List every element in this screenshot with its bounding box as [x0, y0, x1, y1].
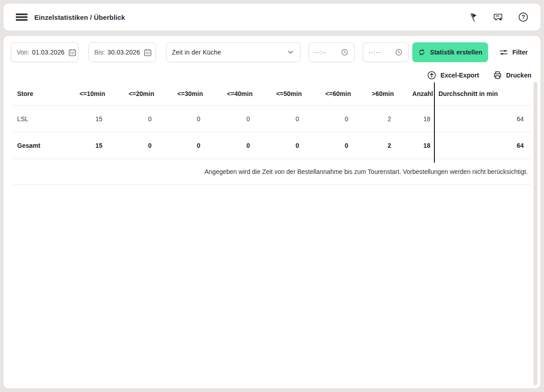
printer-icon: [493, 70, 503, 80]
time-from-input[interactable]: [314, 49, 336, 56]
table-row-gesamt: Gesamt 15 0 0 0 0 0 2 18 64: [13, 132, 531, 159]
column-header-le20: <=20min: [105, 82, 154, 105]
cell-store: Gesamt: [13, 132, 58, 159]
sync-icon: [418, 48, 426, 56]
create-statistic-label: Statistik erstellen: [430, 49, 482, 56]
column-header-gt60: >60min: [351, 82, 394, 105]
svg-text:?: ?: [521, 14, 525, 20]
topbar-actions: ?: [467, 12, 529, 23]
table-footnote: Angegeben wird die Zeit von der Bestella…: [13, 159, 531, 184]
average-column-divider: [434, 82, 435, 163]
sliders-icon: [499, 48, 508, 57]
table-row-lsl: LSL 15 0 0 0 0 0 2 18 64: [13, 105, 531, 132]
cell-le30: 0: [154, 105, 203, 132]
column-header-durchschnitt: Durchschnitt in min: [433, 82, 531, 105]
column-header-le30: <=30min: [154, 82, 203, 105]
column-header-store: Store: [13, 82, 58, 105]
date-from-field[interactable]: Von: 01.03.2026: [11, 42, 78, 62]
cell-gt60: 2: [351, 105, 394, 132]
date-from-value: 01.03.2026: [32, 49, 65, 56]
excel-export-button[interactable]: Excel-Export: [427, 70, 479, 80]
cell-durchschnitt: 64: [433, 105, 531, 132]
flag-icon[interactable]: [467, 12, 478, 23]
cell-le60: 0: [302, 132, 351, 159]
create-statistic-button[interactable]: Statistik erstellen: [412, 42, 488, 62]
cell-store: LSL: [13, 105, 58, 132]
vertical-scrollbar[interactable]: [534, 82, 537, 385]
cell-le20: 0: [105, 132, 154, 159]
clock-icon: [395, 48, 403, 56]
time-to-input[interactable]: [369, 49, 390, 56]
date-to-field[interactable]: Bis: 30.03.2026: [88, 42, 156, 62]
cell-durchschnitt: 64: [433, 132, 531, 159]
cell-le20: 0: [105, 105, 154, 132]
cell-le60: 0: [302, 105, 351, 132]
cell-gt60: 2: [351, 132, 394, 159]
excel-export-label: Excel-Export: [440, 72, 479, 79]
statistics-table: Store <=10min <=20min <=30min <=40min <=…: [13, 82, 531, 185]
column-header-le10: <=10min: [58, 82, 105, 105]
page-title: Einzelstatistiken / Überblick: [34, 14, 125, 21]
date-to-label: Bis:: [94, 49, 105, 56]
filter-button-label: Filter: [512, 49, 528, 56]
column-header-le60: <=60min: [302, 82, 351, 105]
table-header-row: Store <=10min <=20min <=30min <=40min <=…: [13, 82, 531, 105]
date-to-value: 30.03.2026: [107, 49, 140, 56]
export-icon: [427, 70, 437, 80]
menu-icon[interactable]: [15, 12, 28, 23]
cell-le30: 0: [154, 132, 203, 159]
cell-le40: 0: [203, 105, 253, 132]
feedback-icon[interactable]: [493, 12, 503, 23]
print-button[interactable]: Drucken: [493, 70, 531, 80]
clock-icon: [341, 48, 349, 56]
cell-le40: 0: [203, 132, 253, 159]
table-actions: Excel-Export Drucken: [4, 62, 540, 82]
date-from-label: Von:: [17, 49, 29, 56]
column-header-anzahl: Anzahl: [394, 82, 433, 105]
time-to-field[interactable]: [363, 42, 409, 62]
table-footnote-row: Angegeben wird die Zeit von der Bestella…: [13, 159, 531, 184]
filter-bar: Von: 01.03.2026 Bis: 30.03.2026: [4, 36, 540, 62]
cell-le50: 0: [253, 105, 302, 132]
column-header-le50: <=50min: [253, 82, 302, 105]
cell-anzahl: 18: [394, 132, 433, 159]
help-icon[interactable]: ?: [518, 12, 529, 23]
filter-button[interactable]: Filter: [499, 48, 528, 57]
print-label: Drucken: [506, 72, 531, 79]
calendar-icon[interactable]: [143, 48, 152, 57]
time-from-field[interactable]: [309, 42, 355, 62]
statistic-type-value: Zeit in der Küche: [172, 49, 221, 56]
cell-le10: 15: [58, 132, 105, 159]
top-bar: Einzelstatistiken / Überblick ?: [4, 4, 540, 31]
calendar-icon[interactable]: [68, 48, 77, 57]
statistic-type-select[interactable]: Zeit in der Küche: [166, 42, 300, 62]
cell-le50: 0: [253, 132, 302, 159]
cell-le10: 15: [58, 105, 105, 132]
column-header-le40: <=40min: [203, 82, 253, 105]
chevron-down-icon: [286, 48, 295, 56]
main-panel: Von: 01.03.2026 Bis: 30.03.2026: [4, 36, 540, 388]
cell-anzahl: 18: [394, 105, 433, 132]
